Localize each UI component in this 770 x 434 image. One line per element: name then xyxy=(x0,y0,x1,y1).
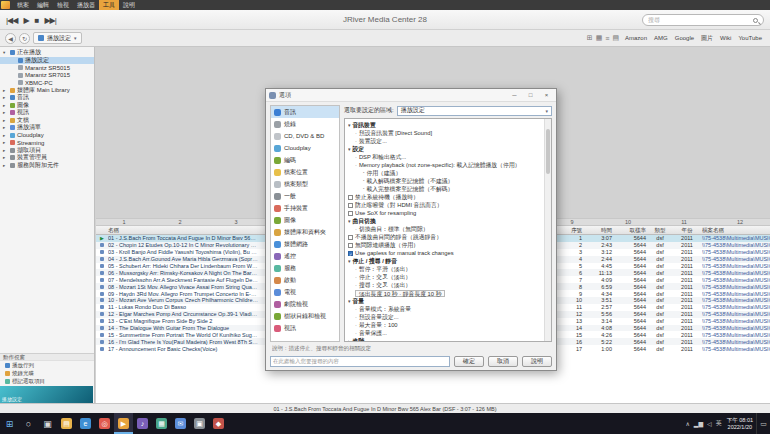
sidebar-item[interactable]: ▸ 文檔 xyxy=(0,117,94,125)
category-item[interactable]: 媒體網路 xyxy=(271,238,339,250)
menu-item[interactable]: 檢視 xyxy=(53,0,73,10)
settings-line[interactable]: 音量保護... xyxy=(348,329,542,337)
sidebar-item[interactable]: ▸ 擷取項目 xyxy=(0,147,94,155)
view-toggle-icon[interactable]: ≡ xyxy=(605,35,609,42)
column-name[interactable]: 名稱 xyxy=(108,227,258,234)
web-link[interactable]: Google xyxy=(672,35,697,41)
search-input[interactable] xyxy=(648,17,753,23)
settings-line[interactable]: 裝置設定... xyxy=(348,137,542,145)
settings-line[interactable]: 防止喀嚓聲（對 HDMI 音訊而言） xyxy=(348,201,542,209)
sidebar-item[interactable]: XBMC-PC xyxy=(0,79,94,87)
expand-icon[interactable]: ▸ xyxy=(3,110,8,115)
settings-line[interactable]: 音訊裝置 xyxy=(348,121,542,129)
column-filename[interactable]: 檔案名稱 xyxy=(702,227,770,234)
tray-icon[interactable]: ◁ xyxy=(707,420,712,427)
sidebar-item[interactable]: ▸ Streaming xyxy=(0,139,94,147)
settings-line[interactable]: 停止：交叉（淡出） xyxy=(348,273,542,281)
category-item[interactable]: 啟動 xyxy=(271,274,339,286)
settings-line[interactable]: 預設音訊裝置 [Direct Sound] xyxy=(348,129,542,137)
stop-button[interactable]: ■ xyxy=(35,16,39,25)
checkbox[interactable] xyxy=(348,243,353,248)
settings-line[interactable]: 預設音量設定... xyxy=(348,313,542,321)
taskbar-clock[interactable]: 下午 08:01 2022/1/20 xyxy=(724,417,756,430)
column-samplerate[interactable]: 取樣率 xyxy=(614,227,648,234)
tray-icon[interactable]: ▂▆ xyxy=(694,420,703,427)
web-link[interactable]: YouTube xyxy=(735,35,765,41)
search-box[interactable] xyxy=(642,14,764,26)
category-item[interactable]: 樹狀目錄和檢視 xyxy=(271,310,339,322)
taskbar-app-icon[interactable]: ✉ xyxy=(171,413,190,434)
settings-line[interactable]: 暫停：平滑（淡出） xyxy=(348,265,542,273)
category-item[interactable]: 手持裝置 xyxy=(271,202,339,214)
settings-line[interactable]: 禁止系統待機（播放時） xyxy=(348,193,542,201)
back-button[interactable]: ◀ xyxy=(5,33,16,44)
settings-line[interactable]: 淡出長度 10 秒 · 靜音長度 10 秒 xyxy=(348,289,542,297)
sidebar-item[interactable]: ▸ 服務與附加元件 xyxy=(0,162,94,170)
help-button[interactable]: 說明 xyxy=(522,356,552,367)
refresh-button[interactable]: ↻ xyxy=(19,33,30,44)
settings-line[interactable]: 停用（建議） xyxy=(348,169,542,177)
sidebar-item[interactable]: ▸ 媒體庫 Main Library xyxy=(0,87,94,95)
settings-line[interactable]: Use SoX for resampling xyxy=(348,209,542,217)
expand-icon[interactable]: ▸ xyxy=(3,103,8,108)
action-window-header[interactable]: 動作視窗 xyxy=(0,353,94,361)
action-item[interactable]: 播放佇列 xyxy=(0,361,94,369)
notification-center-icon[interactable]: ▭ xyxy=(756,413,770,434)
settings-line[interactable]: 停止 / 搜尋 / 靜音 xyxy=(348,257,542,265)
category-item[interactable]: 檔案位置 xyxy=(271,166,339,178)
checkbox[interactable] xyxy=(348,195,353,200)
menu-item[interactable]: 檔案 xyxy=(13,0,33,10)
checkbox[interactable] xyxy=(348,235,353,240)
expand-icon[interactable]: ▸ xyxy=(3,88,8,93)
settings-line[interactable]: 載入解碼檔案至記憶體（不建議） xyxy=(348,177,542,185)
taskbar-app-icon[interactable]: ◆ xyxy=(209,413,228,434)
category-item[interactable]: 服務 xyxy=(271,262,339,274)
settings-line[interactable]: 音量模式：系統音量 xyxy=(348,305,542,313)
tray-icon[interactable]: ∧ xyxy=(685,420,689,427)
category-item[interactable]: 劇院檢視 xyxy=(271,298,339,310)
maximize-button[interactable]: □ xyxy=(524,92,537,98)
settings-line[interactable]: 不播放曲目間的靜音（跳過靜音） xyxy=(348,233,542,241)
settings-line[interactable]: Use gapless for manual track changes xyxy=(348,249,542,257)
settings-line[interactable]: DSP 和輸出格式... xyxy=(348,153,542,161)
sidebar-item[interactable]: ▾ 正在播放 xyxy=(0,49,94,57)
sidebar-item[interactable]: ▸ 播放清單 xyxy=(0,124,94,132)
checkbox[interactable] xyxy=(348,203,353,208)
category-item[interactable]: Cloudplay xyxy=(271,142,339,154)
settings-line[interactable]: 設定 xyxy=(348,145,542,153)
settings-line[interactable]: 曲目切換 xyxy=(348,217,542,225)
sidebar-item[interactable]: Marantz SR7015 xyxy=(0,72,94,80)
settings-line[interactable]: 音量 xyxy=(348,297,542,305)
start-button[interactable]: ⊞ xyxy=(0,413,19,434)
task-view-icon[interactable]: ▣ xyxy=(38,413,57,434)
settings-line[interactable]: Memory playback (not zone-specific): 載入記… xyxy=(348,161,542,169)
view-toggle-icon[interactable]: ▤ xyxy=(612,34,619,42)
category-item[interactable]: 一般 xyxy=(271,190,339,202)
web-link[interactable]: Wiki xyxy=(717,35,734,41)
expand-icon[interactable]: ▸ xyxy=(3,163,8,168)
category-item[interactable]: 視訊 xyxy=(271,322,339,334)
category-item[interactable]: 編碼 xyxy=(271,154,339,166)
player-display[interactable]: 播放設定 xyxy=(0,386,93,403)
menu-item[interactable]: 說明 xyxy=(119,0,139,10)
tray-icon[interactable]: 英 xyxy=(716,419,722,428)
taskbar-app-icon[interactable]: ▤ xyxy=(57,413,76,434)
taskbar-app-icon[interactable]: e xyxy=(76,413,95,434)
menu-item[interactable]: 工具 xyxy=(99,0,119,10)
scrollbar[interactable] xyxy=(544,119,551,341)
settings-line[interactable]: 進階 xyxy=(348,337,542,342)
category-item[interactable]: 媒體庫和資料夾 xyxy=(271,226,339,238)
expand-icon[interactable]: ▾ xyxy=(3,50,8,55)
view-toggle-icon[interactable]: ⊞ xyxy=(587,34,593,42)
minimize-button[interactable]: ─ xyxy=(508,92,521,98)
expand-icon[interactable]: ▸ xyxy=(3,140,8,145)
expand-icon[interactable]: ▸ xyxy=(3,133,8,138)
category-item[interactable]: CD, DVD & BD xyxy=(271,130,339,142)
action-item[interactable]: 標記選取項目 xyxy=(0,377,94,385)
expand-icon[interactable]: ▸ xyxy=(3,125,8,130)
settings-line[interactable]: 最大音量：100 xyxy=(348,321,542,329)
sidebar-item[interactable]: ▸ 視訊 xyxy=(0,109,94,117)
checkbox[interactable] xyxy=(348,251,353,256)
zone-select[interactable]: 播放設定 xyxy=(397,106,552,116)
previous-button[interactable]: |◀◀ xyxy=(6,16,17,25)
